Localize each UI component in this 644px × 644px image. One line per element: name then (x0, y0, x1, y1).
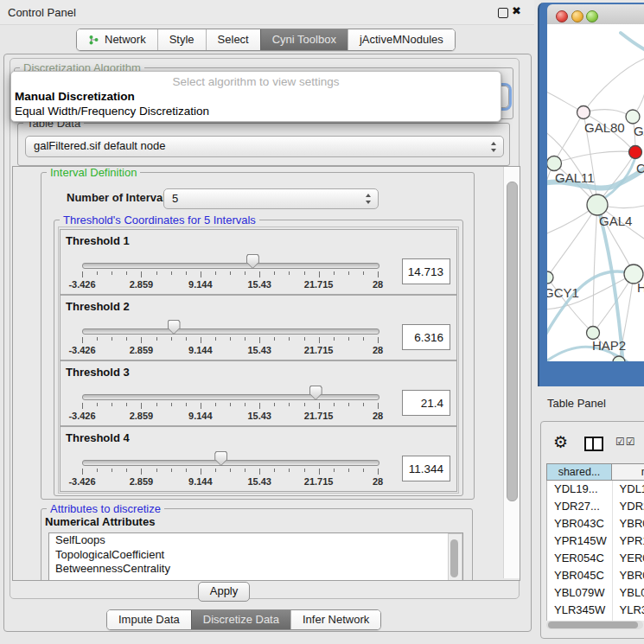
tick-label: 9.144 (179, 345, 222, 355)
gear-icon[interactable]: ⚙ (553, 432, 568, 451)
G-node[interactable] (626, 110, 640, 124)
table-data-group: Table Data galFiltered.sif default node (17, 123, 510, 166)
GAL4-node[interactable] (587, 194, 608, 215)
discretize-pane: Discretization Algorithm Table Data galF… (10, 58, 520, 599)
minor-tick (348, 469, 349, 472)
node-label-gal4: GAL4 (599, 214, 632, 228)
tab-select[interactable]: Select (206, 29, 260, 50)
minor-tick (289, 271, 290, 275)
tick-label: 9.144 (179, 476, 222, 487)
minor-tick (97, 337, 98, 341)
network-window-titlebar[interactable] (547, 4, 644, 25)
tab-jactivemnodules[interactable]: jActiveMNodules (348, 29, 455, 50)
columns-icon[interactable] (584, 437, 603, 451)
threshold-value-field[interactable]: 6.316 (402, 324, 450, 350)
scrollbar-thumb[interactable] (507, 182, 518, 501)
settings-scrollbar[interactable] (503, 167, 520, 578)
table-row[interactable]: YER054CYER0 (547, 550, 644, 567)
minor-tick (126, 403, 127, 406)
table-cell: YBR043C (547, 515, 613, 532)
attribute-item-selfloops[interactable]: SelfLoops (49, 533, 462, 548)
minimize-traffic-light-icon[interactable] (571, 10, 583, 22)
algorithm-prompt-item[interactable]: Select algorithm to view settings (11, 75, 501, 88)
node-label-gcy1: GCY1 (547, 285, 579, 300)
major-tick (201, 403, 201, 409)
table-row[interactable]: YBR045CYBR0 (547, 567, 644, 584)
thresholds-container: Threshold 1-3.4262.8599.14415.4321.71528… (58, 226, 459, 494)
table-row[interactable]: YLR345WYLR3 (547, 602, 644, 619)
table-row[interactable]: YDL19...YDL1 (547, 481, 644, 498)
tab-discretize-data[interactable]: Discretize Data (191, 610, 290, 629)
minor-tick (126, 337, 127, 341)
minor-tick (245, 271, 245, 275)
minor-tick (171, 469, 172, 472)
network-edge[interactable] (547, 205, 597, 277)
float-window-icon[interactable] (498, 8, 508, 18)
apply-button[interactable]: Apply (198, 582, 250, 602)
network-edge[interactable] (621, 33, 644, 50)
network-edge[interactable] (583, 59, 644, 112)
tick-label: 15.43 (238, 476, 281, 487)
threshold-value-field[interactable]: 14.713 (402, 258, 450, 284)
numerical-attributes-list[interactable]: SelfLoopsTopologicalCoefficientBetweenne… (48, 532, 463, 581)
slider-track[interactable] (82, 460, 379, 466)
slider-track[interactable] (82, 263, 379, 269)
tick-label: 28 (356, 345, 399, 355)
column-header-shared[interactable]: shared... (546, 463, 612, 481)
slider-track[interactable] (82, 394, 379, 400)
GCY1-node[interactable] (547, 271, 553, 284)
GAL80-node[interactable] (577, 106, 590, 119)
red-node[interactable] (629, 146, 642, 159)
network-edge[interactable] (593, 205, 597, 333)
network-canvas[interactable]: GAL80GACGAL11GAL4GCY1HAHAP2 (547, 24, 644, 361)
minor-tick (245, 337, 245, 341)
minor-tick (334, 469, 335, 472)
minor-tick (304, 337, 305, 341)
minor-tick (97, 469, 98, 472)
node-label-hap2: HAP2 (592, 338, 626, 353)
close-traffic-light-icon[interactable] (556, 10, 568, 22)
table-cell: YER0 (613, 550, 644, 567)
minor-tick (171, 337, 172, 341)
algorithm-item-equal-width-frequency[interactable]: Equal Width/Frequency Discretization (15, 105, 209, 118)
minor-tick (363, 337, 364, 341)
slider-track[interactable] (82, 328, 379, 335)
checkbox-icons[interactable]: ☑☑ (615, 436, 636, 448)
threshold-value-field[interactable]: 11.344 (402, 456, 450, 481)
GAL11-node[interactable] (547, 156, 562, 171)
minor-tick (363, 403, 364, 406)
tab-style[interactable]: Style (157, 29, 206, 50)
tab-cyni-toolbox[interactable]: Cyni Toolbox (260, 29, 348, 50)
attribute-item-topologicalcoefficient[interactable]: TopologicalCoefficient (49, 548, 462, 563)
threshold-label: Threshold 1 (66, 234, 130, 247)
threshold-panel-1: Threshold 1-3.4262.8599.14415.4321.71528… (60, 229, 457, 295)
tick-label: 2.859 (119, 345, 163, 355)
table-row[interactable]: YDR27...YDR2 (547, 498, 644, 515)
node-label-ha: HA (637, 280, 644, 295)
table-cell: YBL079W (547, 584, 613, 602)
minor-tick (289, 337, 290, 341)
attributes-list-scrollbar[interactable] (448, 533, 462, 581)
tab-network[interactable]: Network (77, 29, 157, 50)
threshold-value-field[interactable]: 21.4 (402, 390, 450, 416)
table-row[interactable]: YPR145WYPR1 (547, 532, 644, 550)
close-icon[interactable]: ✖ (512, 4, 521, 17)
major-tick (378, 403, 379, 409)
settings-scrollpane: Interval Definition Number of Intervals … (12, 166, 520, 581)
table-data-combobox[interactable]: galFiltered.sif default node (25, 136, 504, 157)
tab-infer-network[interactable]: Infer Network (290, 610, 380, 629)
scrollbar-thumb[interactable] (548, 622, 638, 628)
table-row[interactable]: YBR043CYBR0 (547, 515, 644, 532)
algorithm-item-manual-discretization[interactable]: Manual Discretization (15, 90, 135, 103)
table-row[interactable]: YBL079WYBL0 (547, 584, 644, 602)
column-header-name[interactable]: name (612, 463, 644, 481)
table-horizontal-scrollbar[interactable] (546, 621, 643, 629)
network-view-window: GAL80GACGAL11GAL4GCY1HAHAP2 (538, 3, 644, 386)
major-tick (378, 469, 379, 475)
attribute-item-betweennesscentrality[interactable]: BetweennessCentrality (49, 562, 462, 577)
bottom-tab-bar: Impute DataDiscretize DataInfer Network (106, 609, 381, 630)
scrollbar-thumb[interactable] (450, 539, 458, 577)
tab-impute-data[interactable]: Impute Data (107, 610, 191, 629)
zoom-traffic-light-icon[interactable] (586, 10, 598, 22)
number-of-intervals-combobox[interactable]: 5 (163, 188, 379, 209)
